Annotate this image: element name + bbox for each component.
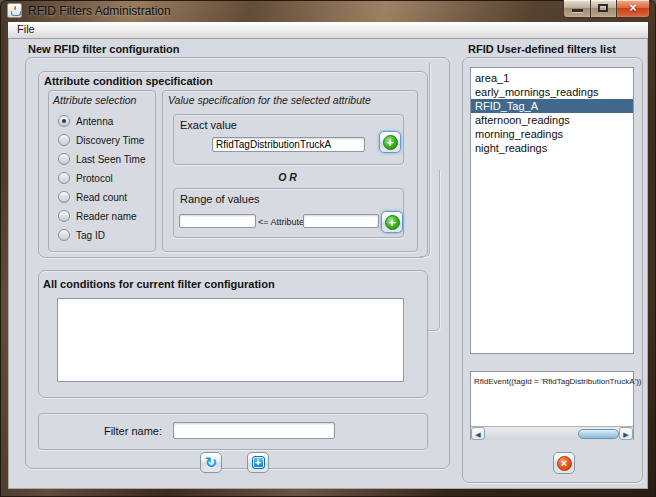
menu-bar: File [8,22,648,39]
filter-expression-text: RfidEvent((tagId = 'RfidTagDistributionT… [471,372,633,386]
scroll-right-icon[interactable]: ▶ [619,427,633,440]
attribute-condition-title: Attribute condition specification [44,75,213,87]
application-window: RFID Filters Administration × File New R… [0,0,656,497]
close-button[interactable]: × [617,0,650,18]
expression-hscrollbar[interactable]: ◀ ▶ [471,426,633,440]
maximize-icon [598,4,608,12]
filter-name-input[interactable] [173,422,335,439]
radio-icon [58,172,70,184]
java-cup-icon [11,11,21,16]
delete-icon: × [557,456,572,471]
radio-icon [58,210,70,222]
java-app-icon [7,3,22,18]
add-filter-icon: + [252,456,265,469]
radio-read-count[interactable]: Read count [58,190,127,204]
radio-icon [58,134,70,146]
filter-list-item[interactable]: area_1 [471,71,633,85]
radio-antenna[interactable]: Antenna [58,114,113,128]
filters-list-title: RFID User-defined filters list [468,43,616,55]
filter-list-item[interactable]: morning_readings [471,127,633,141]
filter-list-item[interactable]: night_readings [471,141,633,155]
window-title: RFID Filters Administration [28,4,171,18]
scrollbar-thumb[interactable] [578,429,619,439]
filters-list[interactable]: area_1 early_mornings_readings RFID_Tag_… [470,67,634,354]
radio-protocol[interactable]: Protocol [58,171,113,185]
menu-file[interactable]: File [8,22,44,35]
radio-last-seen-time[interactable]: Last Seen Time [58,152,145,166]
nested-panel-border [428,170,440,331]
reset-form-button[interactable]: ↻ [200,452,222,473]
scroll-left-icon[interactable]: ◀ [471,427,485,440]
window-controls: × [563,0,650,18]
add-exact-condition-button[interactable]: + [379,131,401,153]
radio-reader-name[interactable]: Reader name [58,209,137,223]
radio-discovery-time[interactable]: Discovery Time [58,133,144,147]
minimize-icon [572,9,583,12]
java-steam-icon [14,6,19,10]
all-conditions-title: All conditions for current filter config… [43,278,275,290]
title-bar[interactable]: RFID Filters Administration × [0,0,656,22]
filter-list-item[interactable]: afternoon_readings [471,113,633,127]
range-values-title: Range of values [180,193,260,205]
minimize-button[interactable] [563,0,591,18]
radio-selected-icon [58,115,70,127]
range-min-input[interactable] [179,214,256,228]
filter-list-item[interactable]: early_mornings_readings [471,85,633,99]
radio-tag-id[interactable]: Tag ID [58,228,105,242]
plus-icon: + [383,135,398,150]
add-range-condition-button[interactable]: + [381,211,403,233]
conditions-list[interactable] [57,298,404,382]
plus-icon: + [385,215,400,230]
filter-list-item-selected[interactable]: RFID_Tag_A [471,99,633,113]
exact-value-title: Exact value [180,119,237,131]
radio-icon [58,229,70,241]
filter-name-label: Filter name: [52,425,162,437]
range-max-input[interactable] [303,214,379,228]
create-filter-button[interactable]: + [247,452,269,473]
delete-filter-button[interactable]: × [553,452,575,474]
radio-icon [58,191,70,203]
exact-value-input[interactable] [212,137,365,152]
reset-icon: ↻ [205,455,218,470]
radio-icon [58,153,70,165]
close-icon: × [629,1,636,15]
attribute-selection-title: Attribute selection [53,94,136,106]
or-label: O R [173,171,402,183]
new-filter-config-title: New RFID filter configuration [28,43,180,55]
maximize-button[interactable] [591,0,617,18]
value-specification-title: Value specification for the selected att… [168,94,371,106]
